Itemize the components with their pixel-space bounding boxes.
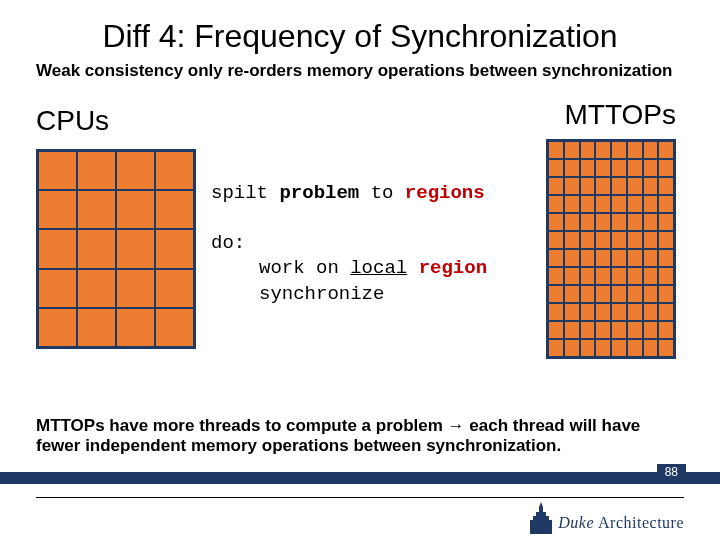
- mttops-cell: [627, 321, 643, 339]
- mttops-cell: [611, 159, 627, 177]
- cpu-cell: [116, 151, 155, 190]
- mttops-cell: [595, 159, 611, 177]
- mttops-cell: [643, 141, 659, 159]
- mttops-cell: [564, 231, 580, 249]
- mttops-cell: [548, 195, 564, 213]
- mttops-cell: [611, 285, 627, 303]
- code-text: to: [359, 182, 405, 204]
- mttops-cell: [580, 321, 596, 339]
- chapel-icon: [530, 502, 552, 534]
- mttops-cell: [643, 159, 659, 177]
- code-block: spilt problem to regions do: work on loc…: [211, 181, 487, 308]
- bottom-text-a: MTTOPs have more threads to compute a pr…: [36, 416, 448, 435]
- cpu-cell: [38, 151, 77, 190]
- mttops-cell: [627, 195, 643, 213]
- mttops-cell: [564, 177, 580, 195]
- mttops-cell: [627, 159, 643, 177]
- mttops-cell: [658, 285, 674, 303]
- code-line-1: spilt problem to regions: [211, 181, 487, 207]
- mttops-cell: [658, 267, 674, 285]
- mttops-cell: [627, 303, 643, 321]
- mttops-cell: [627, 249, 643, 267]
- mttops-cell: [564, 285, 580, 303]
- content-row: CPUs MTTOPs spilt problem to regions do:…: [36, 99, 684, 399]
- mttops-cell: [548, 285, 564, 303]
- mttops-cell: [564, 141, 580, 159]
- mttops-cell: [627, 231, 643, 249]
- mttops-cell: [643, 249, 659, 267]
- mttops-cell: [580, 231, 596, 249]
- code-line-4: synchronize: [211, 282, 487, 308]
- mttops-cell: [580, 159, 596, 177]
- mttops-grid: [546, 139, 676, 359]
- mttops-cell: [643, 267, 659, 285]
- code-text: [407, 257, 418, 279]
- mttops-cell: [548, 159, 564, 177]
- code-line-3: work on local region: [211, 256, 487, 282]
- mttops-cell: [580, 249, 596, 267]
- mttops-cell: [595, 321, 611, 339]
- mttops-cell: [627, 267, 643, 285]
- mttops-cell: [643, 321, 659, 339]
- cpu-cell: [38, 190, 77, 229]
- mttops-cell: [564, 195, 580, 213]
- cpu-cell: [155, 190, 194, 229]
- mttops-cell: [580, 213, 596, 231]
- cpu-cell: [38, 308, 77, 347]
- code-text: work on: [259, 257, 350, 279]
- mttops-cell: [595, 339, 611, 357]
- code-local: local: [350, 257, 407, 279]
- cpu-cell: [155, 308, 194, 347]
- logo-text: DukeArchitecture: [558, 514, 684, 534]
- code-region: region: [419, 257, 487, 279]
- mttops-cell: [627, 141, 643, 159]
- mttops-cell: [564, 339, 580, 357]
- mttops-cell: [548, 177, 564, 195]
- code-problem: problem: [279, 182, 359, 204]
- cpu-cell: [116, 269, 155, 308]
- mttops-cell: [658, 339, 674, 357]
- page-number: 88: [657, 464, 686, 480]
- mttops-cell: [658, 303, 674, 321]
- logo-duke: Duke: [558, 514, 594, 531]
- mttops-cell: [658, 231, 674, 249]
- cpu-cell: [77, 151, 116, 190]
- mttops-cell: [548, 303, 564, 321]
- mttops-cell: [580, 303, 596, 321]
- mttops-cell: [564, 249, 580, 267]
- slide-subtitle: Weak consistency only re-orders memory o…: [36, 61, 684, 81]
- mttops-cell: [548, 249, 564, 267]
- arrow-icon: →: [448, 416, 465, 435]
- slide-title: Diff 4: Frequency of Synchronization: [36, 18, 684, 55]
- mttops-cell: [595, 285, 611, 303]
- mttops-cell: [595, 213, 611, 231]
- mttops-cell: [611, 267, 627, 285]
- mttops-cell: [580, 177, 596, 195]
- mttops-cell: [564, 321, 580, 339]
- mttops-cell: [643, 195, 659, 213]
- mttops-cell: [627, 213, 643, 231]
- bottom-note: MTTOPs have more threads to compute a pr…: [36, 416, 684, 457]
- mttops-cell: [658, 177, 674, 195]
- mttops-cell: [611, 177, 627, 195]
- mttops-cell: [643, 339, 659, 357]
- mttops-cell: [643, 177, 659, 195]
- mttops-cell: [658, 159, 674, 177]
- cpu-cell: [116, 229, 155, 268]
- mttops-cell: [627, 285, 643, 303]
- cpu-cell: [77, 190, 116, 229]
- mttops-cell: [643, 213, 659, 231]
- mttops-cell: [548, 321, 564, 339]
- mttops-cell: [595, 249, 611, 267]
- mttops-cell: [580, 267, 596, 285]
- cpu-cell: [116, 190, 155, 229]
- mttops-cell: [548, 213, 564, 231]
- mttops-cell: [580, 285, 596, 303]
- mttops-cell: [611, 303, 627, 321]
- code-regions: regions: [405, 182, 485, 204]
- footer-bar: [0, 472, 720, 484]
- mttops-cell: [611, 321, 627, 339]
- mttops-cell: [580, 195, 596, 213]
- mttops-cell: [595, 267, 611, 285]
- mttops-cell: [548, 339, 564, 357]
